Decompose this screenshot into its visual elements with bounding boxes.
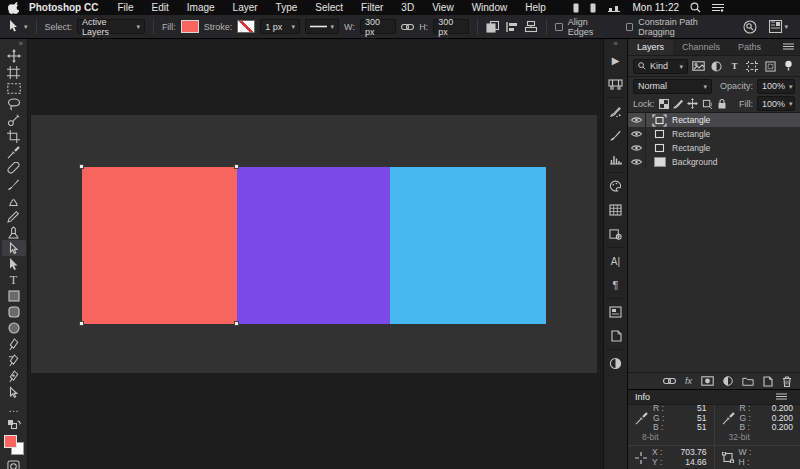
path-alignment-icon[interactable] bbox=[505, 21, 519, 33]
status-bar-icon-2[interactable] bbox=[590, 3, 596, 13]
kind-filter-dropdown[interactable]: Kind ▾ bbox=[633, 59, 688, 74]
layer-row-rectangle-1[interactable]: Rectangle bbox=[628, 113, 800, 127]
align-edges-checkbox[interactable] bbox=[555, 23, 563, 31]
blend-mode-dropdown[interactable]: Normal ▾ bbox=[633, 79, 712, 94]
new-group-icon[interactable] bbox=[742, 377, 754, 386]
rectangle-shape-purple[interactable] bbox=[237, 167, 390, 324]
lock-transparency-icon[interactable] bbox=[659, 99, 669, 109]
lock-position-icon[interactable] bbox=[687, 98, 698, 109]
crop-tool[interactable] bbox=[2, 128, 26, 144]
layer-thumbnail[interactable] bbox=[652, 128, 667, 140]
swatches-panel-icon[interactable] bbox=[603, 198, 628, 222]
toolbar-collapse-icon[interactable]: » bbox=[19, 39, 27, 48]
rounded-rectangle-tool[interactable] bbox=[2, 304, 26, 320]
filter-pixel-layers-icon[interactable] bbox=[692, 59, 706, 73]
status-chart-icon[interactable] bbox=[607, 3, 621, 12]
path-selection-tool-icon[interactable] bbox=[8, 20, 19, 33]
timeline-panel-icon[interactable] bbox=[603, 72, 628, 96]
menu-type[interactable]: Type bbox=[267, 2, 307, 13]
menu-image[interactable]: Image bbox=[178, 2, 224, 13]
type-tool[interactable]: T bbox=[2, 272, 26, 288]
rectangle-shape-blue[interactable] bbox=[390, 167, 546, 324]
status-bar-icon-1[interactable] bbox=[573, 3, 579, 13]
ellipse-tool[interactable] bbox=[2, 320, 26, 336]
quick-selection-tool[interactable] bbox=[2, 112, 26, 128]
menu-edit[interactable]: Edit bbox=[143, 2, 178, 13]
healing-brush-tool[interactable] bbox=[2, 160, 26, 176]
width-input[interactable]: 300 px bbox=[360, 19, 396, 34]
spotlight-search-icon[interactable] bbox=[690, 2, 701, 13]
layer-filtering-toggle-icon[interactable] bbox=[781, 59, 795, 73]
lock-artboard-icon[interactable] bbox=[702, 99, 713, 109]
stroke-width-dropdown[interactable]: 1 px ▾ bbox=[260, 19, 300, 34]
character-panel-icon[interactable]: A| bbox=[603, 249, 628, 273]
menu-select[interactable]: Select bbox=[306, 2, 352, 13]
constrain-path-dragging-checkbox[interactable] bbox=[626, 23, 634, 31]
brush-tool[interactable] bbox=[2, 176, 26, 192]
app-name[interactable]: Photoshop CC bbox=[19, 2, 108, 13]
convert-point-tool[interactable] bbox=[2, 384, 26, 400]
tool-preset-chevron-icon[interactable]: ▾ bbox=[24, 23, 28, 30]
direct-selection-tool[interactable] bbox=[2, 256, 26, 272]
search-icon[interactable] bbox=[743, 20, 757, 34]
panel-menu-icon[interactable] bbox=[770, 393, 793, 401]
brushes-panel-icon[interactable] bbox=[603, 123, 628, 147]
lock-all-icon[interactable] bbox=[717, 98, 727, 109]
pencil-tool[interactable] bbox=[2, 208, 26, 224]
layer-thumbnail[interactable] bbox=[652, 114, 667, 126]
opacity-dropdown[interactable]: 100% ▾ bbox=[757, 79, 795, 94]
menu-3d[interactable]: 3D bbox=[392, 2, 423, 13]
tab-info[interactable]: Info bbox=[635, 392, 650, 402]
menu-filter[interactable]: Filter bbox=[352, 2, 392, 13]
height-input[interactable]: 300 px bbox=[433, 19, 469, 34]
eyedropper-tool[interactable] bbox=[2, 144, 26, 160]
selection-handle-bottom-left[interactable] bbox=[79, 321, 84, 326]
link-layers-icon[interactable] bbox=[663, 377, 676, 385]
menu-clock[interactable]: Mon 11:22 bbox=[632, 2, 679, 13]
brush-settings-panel-icon[interactable] bbox=[603, 99, 628, 123]
path-operations-icon[interactable] bbox=[486, 20, 500, 33]
stroke-style-dropdown[interactable]: ▾ bbox=[305, 19, 339, 34]
new-adjustment-layer-icon[interactable] bbox=[723, 376, 733, 386]
dock-collapse-icon[interactable]: » bbox=[613, 39, 617, 48]
rectangle-tool[interactable] bbox=[2, 288, 26, 304]
apple-icon[interactable] bbox=[8, 2, 19, 14]
menu-layer[interactable]: Layer bbox=[224, 2, 267, 13]
add-layer-mask-icon[interactable] bbox=[701, 376, 714, 386]
layer-thumbnail[interactable] bbox=[652, 142, 667, 154]
path-selection-tool[interactable] bbox=[2, 240, 26, 256]
fill-opacity-dropdown[interactable]: 100% ▾ bbox=[757, 96, 795, 111]
selection-handle-top-right[interactable] bbox=[234, 164, 239, 169]
clone-source-panel-icon[interactable] bbox=[603, 351, 628, 375]
select-mode-dropdown[interactable]: Active Layers ▾ bbox=[77, 19, 145, 34]
selection-handle-top-left[interactable] bbox=[79, 164, 84, 169]
menu-window[interactable]: Window bbox=[463, 2, 517, 13]
visibility-eye-icon[interactable] bbox=[628, 155, 646, 169]
layer-comps-panel-icon[interactable] bbox=[603, 222, 628, 246]
actions-panel-icon[interactable]: ▶ bbox=[603, 48, 628, 72]
marquee-tool[interactable] bbox=[2, 80, 26, 96]
filter-shape-layers-icon[interactable] bbox=[746, 59, 760, 73]
visibility-eye-icon[interactable] bbox=[628, 113, 646, 127]
lasso-tool[interactable] bbox=[2, 96, 26, 112]
selection-handle-bottom-right[interactable] bbox=[234, 321, 239, 326]
layer-thumbnail[interactable] bbox=[652, 156, 667, 168]
filter-type-layers-icon[interactable]: T bbox=[728, 59, 742, 73]
layer-row-rectangle-3[interactable]: Rectangle bbox=[628, 141, 800, 155]
layer-name[interactable]: Rectangle bbox=[672, 129, 710, 139]
rectangle-shape-red[interactable] bbox=[82, 167, 237, 324]
tab-channels[interactable]: Channels bbox=[673, 39, 729, 55]
foreground-color-swatch[interactable] bbox=[4, 435, 17, 448]
link-dimensions-icon[interactable] bbox=[401, 23, 414, 31]
history-brush-tool[interactable] bbox=[2, 224, 26, 240]
menu-file[interactable]: File bbox=[108, 2, 142, 13]
layer-effects-icon[interactable]: fx bbox=[685, 376, 692, 386]
visibility-eye-icon[interactable] bbox=[628, 127, 646, 141]
filter-smart-objects-icon[interactable] bbox=[763, 59, 777, 73]
canvas-area[interactable] bbox=[28, 39, 603, 469]
tab-layers[interactable]: Layers bbox=[628, 39, 673, 55]
more-tools-button[interactable]: … bbox=[2, 400, 26, 416]
stroke-color-swatch[interactable] bbox=[237, 20, 255, 33]
paragraph-panel-icon[interactable]: ¶ bbox=[603, 273, 628, 297]
layer-name[interactable]: Rectangle bbox=[672, 115, 710, 125]
